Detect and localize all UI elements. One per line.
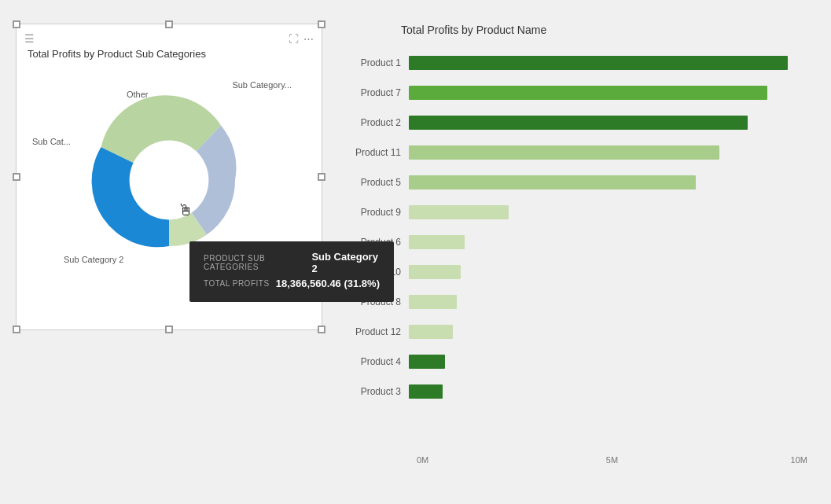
x-axis: 0M5M10M [417, 455, 807, 465]
cursor-icon: 🖱 [178, 201, 193, 219]
bar-row: Product 12 [354, 318, 807, 346]
bar-fill[interactable] [409, 116, 748, 130]
bar-fill[interactable] [409, 145, 719, 160]
donut-label-subcatleft: Sub Cat... [32, 137, 71, 146]
donut-panel: ☰ ⛶ ⋯ Total Profits by Product Sub Categ… [16, 24, 322, 330]
bar-row: Product 6 [354, 228, 807, 256]
bar-product-label: Product 5 [354, 177, 409, 188]
x-axis-tick: 10M [677, 455, 807, 465]
bar-track [409, 265, 807, 279]
bar-product-label: Product 10 [354, 267, 409, 278]
bar-fill[interactable] [409, 235, 465, 249]
resize-handle-tl[interactable] [13, 20, 20, 28]
bar-row: Product 2 [354, 109, 807, 137]
bar-row: Product 3 [354, 377, 807, 406]
bar-product-label: Product 9 [354, 207, 409, 218]
bar-track [409, 235, 807, 249]
bar-track [409, 116, 807, 130]
bar-row: Product 4 [354, 348, 807, 376]
expand-icon[interactable]: ⛶ [289, 33, 299, 45]
x-axis-tick: 0M [417, 455, 547, 465]
bar-product-label: Product 3 [354, 386, 409, 397]
bar-fill[interactable] [409, 355, 445, 369]
bar-product-label: Product 2 [354, 117, 409, 128]
bar-row: Product 7 [354, 79, 807, 107]
bar-product-label: Product 4 [354, 356, 409, 367]
donut-svg [75, 86, 263, 274]
tooltip-label-2: TOTAL PROFITS [204, 279, 270, 288]
bar-track [409, 355, 807, 369]
resize-handle-rm[interactable] [318, 173, 325, 181]
bar-fill[interactable] [409, 86, 767, 100]
bar-product-label: Product 8 [354, 296, 409, 307]
bar-fill[interactable] [409, 175, 696, 189]
bar-fill[interactable] [409, 205, 509, 219]
bar-track [409, 384, 807, 399]
bar-panel: Total Profits by Product Name Product 1P… [346, 16, 815, 488]
bar-track [409, 325, 807, 339]
bar-fill[interactable] [409, 384, 443, 399]
bar-row: Product 11 [354, 138, 807, 167]
bar-row: Product 5 [354, 168, 807, 197]
bar-product-label: Product 6 [354, 237, 409, 248]
bar-track [409, 56, 807, 70]
bar-chart-area: Product 1Product 7Product 2Product 11Pro… [354, 49, 807, 452]
donut-title: Total Profits by Product Sub Categories [28, 48, 314, 60]
bar-track [409, 205, 807, 219]
bar-row: Product 9 [354, 198, 807, 226]
donut-hole [130, 141, 209, 220]
bar-track [409, 145, 807, 160]
resize-handle-lm[interactable] [13, 173, 20, 181]
resize-handle-bl[interactable] [13, 326, 20, 333]
x-axis-tick: 5M [547, 455, 678, 465]
more-icon[interactable]: ⋯ [303, 33, 314, 45]
bar-fill[interactable] [409, 325, 453, 339]
bar-row: Product 8 [354, 288, 807, 316]
resize-handle-tm[interactable] [165, 20, 173, 28]
main-container: ☰ ⛶ ⋯ Total Profits by Product Sub Categ… [0, 0, 831, 504]
resize-handle-br[interactable] [318, 326, 325, 333]
resize-handle-bm[interactable] [165, 326, 173, 333]
bar-product-label: Product 12 [354, 326, 409, 337]
bar-product-label: Product 7 [354, 87, 409, 98]
bar-title: Total Profits by Product Name [401, 24, 807, 36]
bar-product-label: Product 1 [354, 57, 409, 68]
bar-track [409, 86, 807, 100]
bar-track [409, 175, 807, 189]
bar-fill[interactable] [409, 56, 788, 70]
bar-fill[interactable] [409, 295, 457, 309]
donut-panel-header: ☰ ⛶ ⋯ [24, 32, 314, 45]
donut-chart-area: Other Sub Category... Sub Cat... Sub Cat… [24, 66, 314, 294]
drag-handle-icon: ☰ [24, 32, 35, 45]
bar-track [409, 295, 807, 309]
bar-row: Product 10 [354, 258, 807, 286]
bar-row: Product 1 [354, 49, 807, 77]
bar-product-label: Product 11 [354, 147, 409, 158]
resize-handle-tr[interactable] [318, 20, 325, 28]
bar-fill[interactable] [409, 265, 461, 279]
